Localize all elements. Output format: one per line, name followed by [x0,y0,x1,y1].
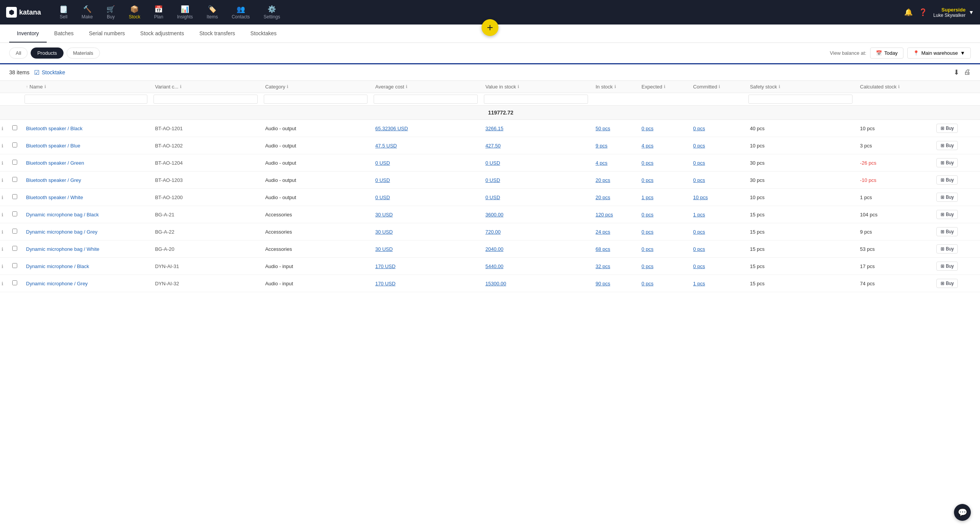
value-filter-input[interactable] [484,95,588,104]
nav-item-contacts[interactable]: 👥 Contacts [225,2,256,23]
buy-button[interactable]: ⊞ Buy [936,244,958,254]
row-info-icon[interactable]: ℹ [2,264,3,269]
row-info-icon[interactable]: ℹ [2,281,3,286]
filter-materials-button[interactable]: Materials [67,47,100,59]
in-stock-link[interactable]: 4 pcs [596,160,608,166]
avg-cost-info-icon[interactable]: ℹ [406,84,407,89]
tab-stock-transfers[interactable]: Stock transfers [192,25,243,43]
buy-button[interactable]: ⊞ Buy [936,158,958,167]
in-stock-link[interactable]: 9 pcs [596,143,608,149]
committed-link[interactable]: 0 pcs [693,126,705,131]
committed-link[interactable]: 0 pcs [693,229,705,235]
in-stock-link[interactable]: 24 pcs [596,229,610,235]
expected-link[interactable]: 0 pcs [642,126,653,131]
buy-button[interactable]: ⊞ Buy [936,262,958,271]
committed-link[interactable]: 10 pcs [693,195,708,200]
nav-item-buy[interactable]: 🛒 Buy [100,2,121,23]
notification-bell-icon[interactable]: 🔔 [904,8,913,16]
in-stock-link[interactable]: 90 pcs [596,281,610,286]
help-icon[interactable]: ❓ [919,8,927,16]
avg-cost-link[interactable]: 30 USD [375,212,393,218]
row-info-icon[interactable]: ℹ [2,247,3,252]
buy-button[interactable]: ⊞ Buy [936,141,958,150]
variant-info-icon[interactable]: ℹ [180,84,181,89]
buy-button[interactable]: ⊞ Buy [936,193,958,202]
tab-inventory[interactable]: Inventory [9,25,47,43]
avg-cost-filter-input[interactable] [374,95,478,104]
committed-link[interactable]: 1 pcs [693,281,705,286]
row-info-icon[interactable]: ℹ [2,195,3,200]
value-info-icon[interactable]: ℹ [518,84,519,89]
value-in-stock-link[interactable]: 0 USD [485,177,500,183]
safety-info-icon[interactable]: ℹ [779,84,780,89]
user-menu[interactable]: Superside Luke Skywalker ▼ [933,7,974,18]
tab-batches[interactable]: Batches [47,25,82,43]
product-name-link[interactable]: Bluetooth speaker / Grey [26,177,81,183]
in-stock-link[interactable]: 68 pcs [596,246,610,252]
row-info-icon[interactable]: ℹ [2,178,3,183]
tab-stock-adjustments[interactable]: Stock adjustments [132,25,191,43]
committed-info-icon[interactable]: ℹ [719,84,720,89]
sort-up-icon[interactable]: ↑ [26,85,28,89]
avg-cost-link[interactable]: 170 USD [375,263,395,269]
committed-link[interactable]: 0 pcs [693,177,705,183]
value-in-stock-link[interactable]: 2040.00 [485,246,503,252]
expected-link[interactable]: 0 pcs [642,229,653,235]
value-in-stock-link[interactable]: 5440.00 [485,263,503,269]
buy-button[interactable]: ⊞ Buy [936,175,958,185]
nav-item-plan[interactable]: 📅 Plan [148,2,169,23]
row-checkbox[interactable] [12,194,17,199]
row-checkbox[interactable] [12,125,17,130]
variant-filter-input[interactable] [154,95,258,104]
value-in-stock-link[interactable]: 0 USD [485,160,500,166]
name-filter-input[interactable] [24,95,147,104]
value-in-stock-link[interactable]: 15300.00 [485,281,506,286]
tab-serial-numbers[interactable]: Serial numbers [81,25,132,43]
expected-link[interactable]: 1 pcs [642,195,653,200]
logo[interactable]: katana [6,7,41,18]
category-info-icon[interactable]: ℹ [287,84,288,89]
product-name-link[interactable]: Bluetooth speaker / White [26,195,83,200]
value-in-stock-link[interactable]: 0 USD [485,195,500,200]
nav-item-items[interactable]: 🏷️ Items [201,2,224,23]
avg-cost-link[interactable]: 0 USD [375,195,390,200]
expected-link[interactable]: 0 pcs [642,160,653,166]
in-stock-link[interactable]: 32 pcs [596,263,610,269]
nav-item-insights[interactable]: 📊 Insights [171,2,199,23]
row-info-icon[interactable]: ℹ [2,212,3,218]
expected-link[interactable]: 0 pcs [642,177,653,183]
value-in-stock-link[interactable]: 720.00 [485,229,501,235]
in-stock-link[interactable]: 120 pcs [596,212,613,218]
expected-link[interactable]: 0 pcs [642,212,653,218]
nav-item-make[interactable]: 🔨 Make [75,2,99,23]
expected-link[interactable]: 0 pcs [642,246,653,252]
chat-widget[interactable]: 💬 [954,504,971,521]
avg-cost-link[interactable]: 30 USD [375,246,393,252]
committed-link[interactable]: 0 pcs [693,263,705,269]
expected-link[interactable]: 0 pcs [642,263,653,269]
filter-products-button[interactable]: Products [31,47,63,59]
buy-button[interactable]: ⊞ Buy [936,210,958,219]
product-name-link[interactable]: Bluetooth speaker / Black [26,126,82,131]
row-checkbox[interactable] [12,177,17,182]
product-name-link[interactable]: Bluetooth speaker / Blue [26,143,80,149]
safety-filter-input[interactable] [748,95,853,104]
value-in-stock-link[interactable]: 3600.00 [485,212,503,218]
product-name-link[interactable]: Dynamic microphone bag / Black [26,212,99,218]
print-icon[interactable]: 🖨 [964,68,971,77]
avg-cost-link[interactable]: 0 USD [375,160,390,166]
product-name-link[interactable]: Bluetooth speaker / Green [26,160,84,166]
row-checkbox[interactable] [12,211,17,216]
product-name-link[interactable]: Dynamic microphone bag / White [26,246,99,252]
in-stock-link[interactable]: 50 pcs [596,126,610,131]
in-stock-link[interactable]: 20 pcs [596,195,610,200]
row-checkbox[interactable] [12,280,17,285]
row-checkbox[interactable] [12,263,17,268]
name-info-icon[interactable]: ℹ [44,84,46,89]
committed-link[interactable]: 1 pcs [693,212,705,218]
committed-link[interactable]: 0 pcs [693,246,705,252]
add-button[interactable]: + [482,19,498,36]
row-info-icon[interactable]: ℹ [2,229,3,235]
product-name-link[interactable]: Dynamic microphone / Black [26,263,89,269]
avg-cost-link[interactable]: 30 USD [375,229,393,235]
